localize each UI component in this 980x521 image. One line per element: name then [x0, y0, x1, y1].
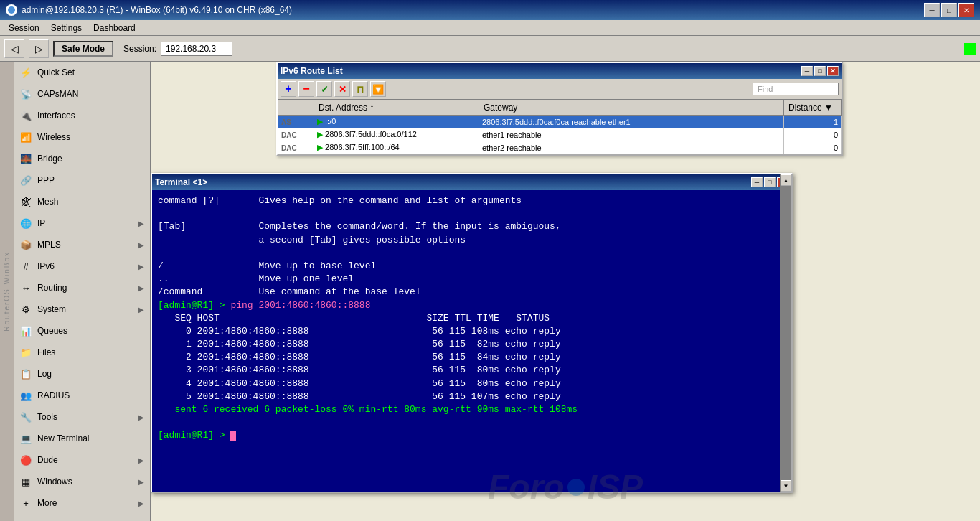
mesh-label: Mesh — [37, 197, 58, 207]
find-input[interactable]: Find — [753, 83, 839, 95]
capsman-icon: 📡 — [20, 88, 32, 100]
col-gateway[interactable]: Gateway — [479, 100, 784, 116]
capsman-label: CAPsMAN — [37, 89, 78, 99]
terminal-maximize-button[interactable]: □ — [764, 177, 776, 187]
connection-indicator — [964, 43, 976, 55]
minimize-button[interactable]: ─ — [924, 3, 940, 17]
new-terminal-icon: 💻 — [20, 433, 32, 444]
sidebar-item-ipv6[interactable]: #IPv6▶ — [14, 255, 150, 277]
add-route-button[interactable]: + — [281, 81, 296, 97]
sidebar-item-windows[interactable]: ▦Windows▶ — [14, 471, 150, 492]
sidebar-item-wireless[interactable]: 📶Wireless — [14, 126, 150, 148]
radius-label: RADIUS — [37, 390, 70, 400]
safe-mode-button[interactable]: Safe Mode — [53, 41, 113, 57]
sidebar-item-bridge[interactable]: 🌉Bridge — [14, 148, 150, 169]
scroll-down-button[interactable]: ▼ — [781, 480, 791, 492]
remove-route-button[interactable]: − — [298, 81, 314, 97]
terminal-ping-header: SEQ HOST SIZE TTL TIME STATUS — [158, 312, 777, 325]
route-dst: ▶ 2806:3f7:5ddd::f0ca:0/112 — [314, 128, 479, 141]
sidebar-item-radius[interactable]: 👥RADIUS — [14, 385, 150, 406]
menu-bar: Session Settings Dashboard — [0, 20, 980, 36]
terminal-ping-row: 1 2001:4860:4860::8888 56 115 82ms echo … — [158, 338, 777, 351]
sidebar-item-files[interactable]: 📁Files — [14, 342, 150, 363]
ppp-label: PPP — [37, 175, 55, 185]
route-distance: 0 — [784, 141, 842, 154]
bridge-icon: 🌉 — [20, 153, 32, 164]
new-terminal-label: New Terminal — [37, 433, 89, 443]
dude-arrow-icon: ▶ — [138, 456, 144, 464]
col-flag[interactable] — [278, 100, 314, 116]
ipv6-maximize-button[interactable]: □ — [814, 66, 826, 76]
sidebar-item-tools[interactable]: 🔧Tools▶ — [14, 406, 150, 428]
sidebar-item-routing[interactable]: ↔Routing▶ — [14, 277, 150, 299]
sidebar-item-mesh[interactable]: 🕸Mesh — [14, 191, 150, 212]
close-button[interactable]: ✕ — [958, 3, 974, 17]
route-table-container: Dst. Address ↑ Gateway Distance ▼ AS ▶ :… — [278, 100, 842, 154]
sidebar-item-log[interactable]: 📋Log — [14, 363, 150, 385]
sidebar-item-interfaces[interactable]: 🔌Interfaces — [14, 105, 150, 126]
route-distance: 0 — [784, 128, 842, 141]
terminal-final-prompt: [admin@R1] > — [158, 429, 777, 442]
system-label: System — [37, 304, 66, 314]
sidebar-item-ip[interactable]: 🌐IP▶ — [14, 212, 150, 234]
table-row[interactable]: AS ▶ ::/0 2806:3f7:5ddd::f0ca:f0ca reach… — [278, 116, 842, 128]
sidebar-item-capsman[interactable]: 📡CAPsMAN — [14, 83, 150, 105]
sidebar-item-more[interactable]: +More▶ — [14, 492, 150, 514]
forward-button[interactable]: ▷ — [29, 39, 49, 58]
tools-arrow-icon: ▶ — [138, 413, 144, 421]
quick-set-icon: ⚡ — [20, 67, 32, 78]
terminal-ping-row: 2 2001:4860:4860::8888 56 115 84ms echo … — [158, 351, 777, 364]
terminal-body[interactable]: command [?] Gives help on the command an… — [152, 190, 791, 492]
title-bar: admin@192.168.20.3 (R1) - WinBox (64bit)… — [0, 0, 980, 20]
ipv6-minimize-button[interactable]: ─ — [801, 66, 813, 76]
ipv6-close-button[interactable]: ✕ — [827, 66, 839, 76]
route-distance: 1 — [784, 116, 842, 128]
col-dst[interactable]: Dst. Address ↑ — [314, 100, 479, 116]
interfaces-icon: 🔌 — [20, 110, 32, 121]
terminal-stat-line: sent=6 received=6 packet-loss=0% min-rtt… — [158, 403, 777, 416]
ppp-icon: 🔗 — [20, 174, 32, 186]
sidebar-item-dude[interactable]: 🔴Dude▶ — [14, 449, 150, 471]
log-label: Log — [37, 369, 52, 379]
queues-label: Queues — [37, 326, 67, 336]
menu-settings[interactable]: Settings — [45, 22, 88, 34]
disable-route-button[interactable]: ✕ — [334, 81, 350, 97]
table-row[interactable]: DAC ▶ 2806:3f7:5ddd::f0ca:0/112 ether1 r… — [278, 128, 842, 141]
table-row[interactable]: DAC ▶ 2806:3f7:5fff:100::/64 ether2 reac… — [278, 141, 842, 154]
col-distance[interactable]: Distance ▼ — [784, 100, 842, 116]
sidebar-item-quick-set[interactable]: ⚡Quick Set — [14, 62, 150, 83]
ipv6-arrow-icon: ▶ — [138, 263, 144, 271]
windows-arrow-icon: ▶ — [138, 478, 144, 486]
more-icon: + — [20, 497, 32, 509]
mpls-arrow-icon: ▶ — [138, 241, 144, 249]
enable-route-button[interactable]: ✓ — [316, 81, 332, 97]
scroll-up-button[interactable]: ▲ — [781, 174, 791, 186]
filter-route-button[interactable]: 🔽 — [370, 81, 386, 97]
sidebar-item-ppp[interactable]: 🔗PPP — [14, 169, 150, 191]
content-area: IPv6 Route List ─ □ ✕ + − ✓ ✕ ⊓ 🔽 Find — [151, 62, 980, 521]
sidebar-item-queues[interactable]: 📊Queues — [14, 320, 150, 342]
session-label: Session: — [123, 44, 156, 54]
sidebar-item-system[interactable]: ⚙System▶ — [14, 299, 150, 320]
copy-route-button[interactable]: ⊓ — [352, 81, 368, 97]
terminal-scrollbar[interactable]: ▲ ▼ — [780, 174, 791, 492]
menu-dashboard[interactable]: Dashboard — [88, 22, 141, 34]
terminal-line: command [?] Gives help on the command an… — [158, 194, 777, 207]
bridge-label: Bridge — [37, 154, 62, 164]
sidebar-item-new-terminal[interactable]: 💻New Terminal — [14, 428, 150, 449]
session-value[interactable]: 192.168.20.3 — [161, 42, 232, 56]
ipv6-icon: # — [20, 260, 32, 272]
maximize-button[interactable]: □ — [941, 3, 957, 17]
quick-set-label: Quick Set — [37, 67, 75, 78]
back-button[interactable]: ◁ — [4, 39, 24, 58]
route-gateway: ether2 reachable — [479, 141, 784, 154]
terminal-minimize-button[interactable]: ─ — [751, 177, 763, 187]
brand-bar: RouterOS WinBox — [0, 62, 14, 521]
route-flag: DAC — [278, 128, 314, 141]
ipv6-route-window: IPv6 Route List ─ □ ✕ + − ✓ ✕ ⊓ 🔽 Find — [276, 62, 843, 156]
files-label: Files — [37, 347, 55, 357]
sidebar-item-mpls[interactable]: 📦MPLS▶ — [14, 234, 150, 255]
route-flag: DAC — [278, 141, 314, 154]
route-flag: AS — [278, 116, 314, 128]
menu-session[interactable]: Session — [3, 22, 45, 34]
